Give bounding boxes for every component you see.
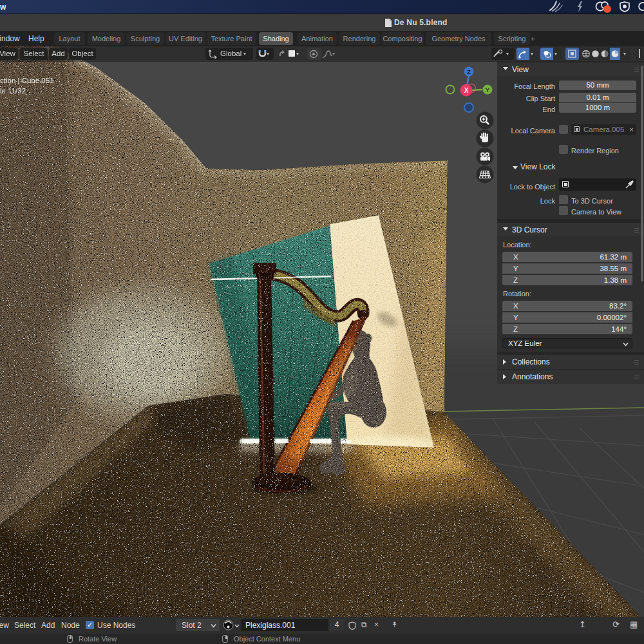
svg-text:Y: Y <box>486 87 489 93</box>
svg-text:Z: Z <box>467 69 471 75</box>
svg-text:X: X <box>464 87 469 94</box>
svg-text:le 11/32: le 11/32 <box>0 87 26 95</box>
svg-text:ction | Cube.051: ction | Cube.051 <box>0 77 54 84</box>
